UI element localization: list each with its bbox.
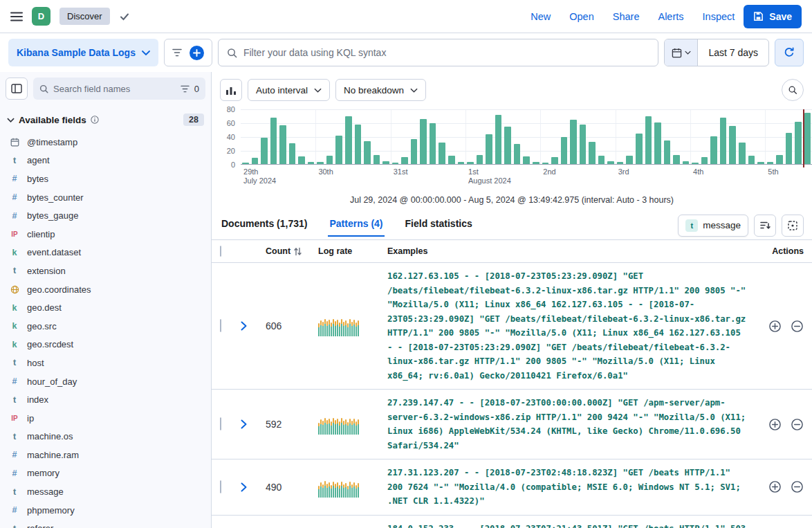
- histogram-bar[interactable]: [279, 125, 286, 164]
- histogram-bar[interactable]: [477, 155, 483, 164]
- tab-documents[interactable]: Documents (1,731): [220, 214, 308, 237]
- histogram-bar[interactable]: [748, 156, 755, 164]
- histogram-bar[interactable]: [664, 140, 671, 164]
- field-list-item[interactable]: t index: [4, 390, 207, 409]
- tab-patterns[interactable]: Patterns (4): [328, 214, 384, 237]
- histogram-bar[interactable]: [289, 143, 296, 164]
- filter-icon[interactable]: [172, 48, 182, 57]
- field-list-item[interactable]: # bytes: [4, 170, 207, 188]
- field-list-item[interactable]: IP clientip: [4, 225, 207, 244]
- histogram-bar[interactable]: [326, 156, 333, 164]
- filter-out-pattern-button[interactable]: [791, 418, 804, 431]
- histogram-bar[interactable]: [401, 157, 408, 164]
- histogram-bar[interactable]: [795, 122, 802, 164]
- field-list-item[interactable]: # bytes_gauge: [4, 206, 207, 225]
- density-options-button[interactable]: [782, 215, 804, 237]
- field-list-item[interactable]: # memory: [4, 464, 207, 483]
- save-button[interactable]: Save: [744, 5, 802, 28]
- breadcrumb[interactable]: Discover: [59, 8, 110, 25]
- field-list-item[interactable]: t host: [4, 354, 207, 372]
- histogram-bar[interactable]: [495, 115, 502, 164]
- pattern-field-selector[interactable]: t message: [678, 215, 748, 237]
- histogram-bar[interactable]: [514, 144, 521, 164]
- histogram-bar[interactable]: [767, 162, 774, 164]
- histogram-bar[interactable]: [683, 161, 690, 164]
- chart-visibility-button[interactable]: [220, 79, 242, 101]
- histogram-bar[interactable]: [252, 158, 259, 164]
- field-list-item[interactable]: k geo.dest: [4, 298, 207, 317]
- field-list-item[interactable]: @timestamp: [4, 133, 207, 152]
- filter-out-pattern-button[interactable]: [791, 320, 804, 333]
- field-list-item[interactable]: geo.coordinates: [4, 280, 207, 299]
- nav-new[interactable]: New: [530, 11, 551, 22]
- histogram-bar[interactable]: [335, 136, 342, 164]
- interval-select[interactable]: Auto interval: [248, 79, 330, 101]
- histogram-bar[interactable]: [420, 119, 427, 164]
- histogram-bar[interactable]: [458, 162, 465, 164]
- field-list-item[interactable]: k geo.srcdest: [4, 336, 207, 354]
- nav-alerts[interactable]: Alerts: [658, 11, 683, 22]
- expand-row-button[interactable]: [241, 482, 266, 492]
- collapse-sidebar-button[interactable]: [6, 78, 28, 100]
- histogram-bar[interactable]: [317, 162, 324, 164]
- histogram-bar[interactable]: [692, 163, 699, 164]
- histogram-bar[interactable]: [561, 137, 568, 165]
- histogram-bar[interactable]: [626, 156, 633, 164]
- histogram-bar[interactable]: [654, 122, 661, 164]
- field-list-item[interactable]: # machine.ram: [4, 446, 207, 464]
- field-filter-icon[interactable]: [181, 85, 190, 93]
- histogram-bar[interactable]: [364, 141, 371, 164]
- field-list-item[interactable]: t machine.os: [4, 428, 207, 446]
- field-list-item[interactable]: t message: [4, 482, 207, 501]
- field-list-item[interactable]: t agent: [4, 152, 207, 170]
- histogram-bar[interactable]: [729, 126, 736, 164]
- field-list-item[interactable]: t extension: [4, 262, 207, 280]
- histogram-bar[interactable]: [345, 116, 352, 164]
- histogram-bar[interactable]: [589, 142, 596, 164]
- field-list-item[interactable]: k event.dataset: [4, 244, 207, 262]
- filter-for-pattern-button[interactable]: [768, 320, 782, 333]
- histogram-bar[interactable]: [448, 156, 455, 164]
- histogram-bar[interactable]: [242, 163, 249, 164]
- histogram-bar[interactable]: [392, 163, 399, 164]
- row-checkbox[interactable]: [220, 417, 221, 430]
- histogram-bar[interactable]: [504, 127, 511, 164]
- select-all-checkbox[interactable]: [220, 246, 221, 257]
- histogram-bar[interactable]: [542, 163, 549, 164]
- available-fields-header[interactable]: Available fields 28: [0, 105, 211, 131]
- field-list-item[interactable]: # bytes_counter: [4, 188, 207, 207]
- histogram-bar[interactable]: [355, 125, 362, 164]
- hamburger-menu-icon[interactable]: [10, 12, 23, 21]
- filter-for-pattern-button[interactable]: [768, 418, 782, 431]
- histogram-bar[interactable]: [757, 162, 764, 164]
- histogram-bar[interactable]: [645, 116, 652, 164]
- field-list-item[interactable]: # hour_of_day: [4, 372, 207, 391]
- expand-row-button[interactable]: [241, 419, 266, 429]
- histogram-bar[interactable]: [298, 156, 305, 164]
- histogram-bar[interactable]: [373, 155, 380, 164]
- row-checkbox[interactable]: [220, 480, 221, 493]
- histogram-bar[interactable]: [261, 138, 268, 164]
- histogram-bar[interactable]: [720, 118, 727, 164]
- histogram-bar[interactable]: [430, 123, 436, 164]
- histogram-bar[interactable]: [486, 134, 492, 164]
- field-list-item[interactable]: IP ip: [4, 409, 207, 428]
- histogram-bar[interactable]: [467, 162, 474, 164]
- histogram-bar[interactable]: [673, 155, 680, 164]
- nav-share[interactable]: Share: [613, 11, 640, 22]
- histogram-bar[interactable]: [270, 118, 277, 164]
- field-list-item[interactable]: # phpmemory: [4, 501, 207, 520]
- histogram-bar[interactable]: [776, 155, 783, 164]
- tab-field-statistics[interactable]: Field statistics: [404, 214, 474, 237]
- histogram-bar[interactable]: [701, 157, 708, 164]
- nav-inspect[interactable]: Inspect: [703, 11, 735, 22]
- histogram-bar[interactable]: [382, 161, 389, 164]
- histogram-bar[interactable]: [551, 157, 558, 164]
- histogram-bar[interactable]: [523, 156, 530, 164]
- histogram-bar[interactable]: [598, 156, 605, 164]
- kql-search-input[interactable]: Filter your data using KQL syntax: [218, 39, 658, 66]
- histogram-bar[interactable]: [617, 162, 624, 164]
- histogram-bar[interactable]: [739, 143, 746, 164]
- add-filter-button[interactable]: [190, 46, 204, 60]
- field-search-input[interactable]: Search field names 0: [33, 78, 205, 100]
